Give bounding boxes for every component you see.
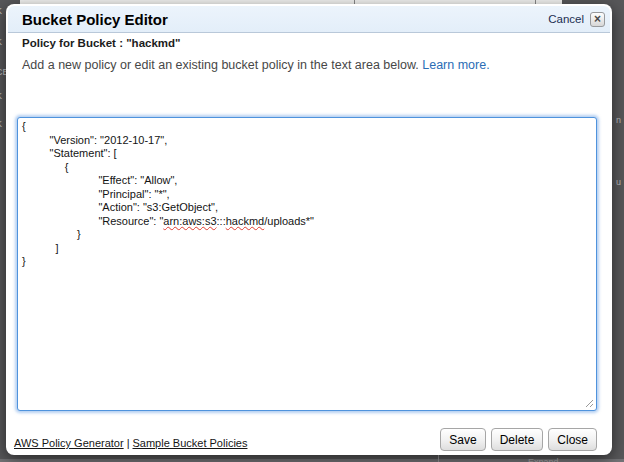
footer-links: AWS Policy Generator|Sample Bucket Polic… (14, 437, 247, 449)
close-button[interactable]: Close (548, 428, 597, 451)
learn-more-link[interactable]: Learn more. (422, 58, 489, 72)
dialog-header: Bucket Policy Editor Cancel × (8, 6, 610, 33)
background-table-border (438, 455, 439, 462)
background-text-fragment: K (0, 38, 2, 47)
description-body: Add a new policy or edit an existing buc… (22, 58, 419, 72)
background-text-fragment: K (0, 92, 2, 101)
description-text: Add a new policy or edit an existing buc… (22, 58, 490, 72)
aws-policy-generator-link[interactable]: AWS Policy Generator (14, 437, 124, 449)
background-text-fragment: u (616, 178, 621, 187)
bucket-policy-editor-dialog: Bucket Policy Editor Cancel × Policy for… (6, 4, 612, 455)
cancel-link[interactable]: Cancel (548, 13, 584, 25)
policy-text: { "Version": "2012-10-17", "Statement": … (18, 118, 596, 271)
background-text-fragment: Expand (528, 457, 559, 462)
delete-button[interactable]: Delete (491, 428, 544, 451)
resize-gripper-icon[interactable] (584, 398, 594, 408)
close-icon[interactable]: × (590, 12, 605, 27)
policy-for-bucket-label: Policy for Bucket : "hackmd" (22, 37, 181, 49)
dialog-title: Bucket Policy Editor (22, 11, 168, 28)
footer-buttons: Save Delete Close (440, 428, 597, 451)
background-text-fragment: K (0, 7, 2, 16)
links-separator: | (127, 437, 130, 449)
sample-bucket-policies-link[interactable]: Sample Bucket Policies (133, 437, 248, 449)
policy-textarea[interactable]: { "Version": "2012-10-17", "Statement": … (17, 117, 597, 411)
background-text-fragment: K (0, 120, 2, 129)
save-button[interactable]: Save (440, 428, 485, 451)
dialog-header-actions: Cancel × (548, 12, 605, 27)
background-text-fragment: n (616, 116, 621, 125)
